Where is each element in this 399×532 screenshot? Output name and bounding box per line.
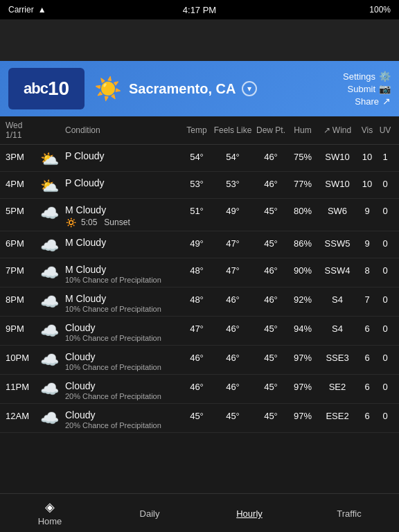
row-temp: 49° <box>181 237 212 249</box>
table-row: 7PM ☁️ M Cloudy10% Chance of Precipitati… <box>0 258 399 287</box>
nav-home[interactable]: ◈ Home <box>0 494 100 532</box>
row-wind: ESE2 <box>317 409 357 421</box>
table-row: 3PM ⛅ P Cloudy 54° 54° 46° 75% SW10 10 1 <box>0 145 399 172</box>
row-uv: 0 <box>377 204 393 216</box>
row-vis: 9 <box>357 237 377 249</box>
row-hum: 80% <box>288 204 317 216</box>
uv-col-header: UV <box>377 125 393 135</box>
row-feels: 46° <box>212 351 254 363</box>
nav-daily[interactable]: Daily <box>100 494 200 532</box>
row-time: 9PM <box>6 322 40 334</box>
table-row: 5PM ☁️ M Cloudy🔅5:05 Sunset 51° 49° 45° … <box>0 199 399 231</box>
vis-col-header: Vis <box>357 125 377 135</box>
table-row: 8PM ☁️ M Cloudy10% Chance of Precipitati… <box>0 287 399 317</box>
row-dew: 46° <box>254 177 288 189</box>
row-feels: 47° <box>212 237 254 249</box>
condition-text: Cloudy <box>65 351 181 362</box>
hourly-label: Hourly <box>236 508 263 519</box>
battery-label: 100% <box>369 5 391 15</box>
temp-col-header: Temp <box>181 125 212 135</box>
row-feels: 46° <box>212 380 254 392</box>
row-uv: 0 <box>377 237 393 249</box>
city-area: ☀️ Sacramento, CA ▾ <box>94 76 343 102</box>
city-name: Sacramento, CA <box>129 81 236 97</box>
row-vis: 9 <box>357 204 377 216</box>
row-dew: 45° <box>254 380 288 392</box>
condition-text: Cloudy <box>65 380 181 391</box>
row-feels: 49° <box>212 204 254 216</box>
row-time: 7PM <box>6 264 40 276</box>
row-uv: 0 <box>377 293 393 305</box>
row-condition: Cloudy20% Chance of Precipitation <box>65 380 181 400</box>
table-row: 4PM ⛅ P Cloudy 53° 53° 46° 77% SW10 10 0 <box>0 172 399 199</box>
row-hum: 94% <box>288 322 317 334</box>
traffic-label: Traffic <box>337 508 361 519</box>
row-feels: 46° <box>212 293 254 305</box>
weather-icon: ☁️ <box>40 237 65 255</box>
share-button[interactable]: Share ↗ <box>355 96 391 107</box>
row-vis: 10 <box>357 177 377 189</box>
column-headers: Wed 1/11 Condition Temp Feels Like Dew P… <box>0 116 399 145</box>
dew-col-header: Dew Pt. <box>254 125 288 135</box>
row-condition: M Cloudy10% Chance of Precipitation <box>65 264 181 284</box>
weather-icon: ☁️ <box>40 409 65 427</box>
row-uv: 0 <box>377 322 393 334</box>
row-dew: 45° <box>254 351 288 363</box>
header: abc 10 ☀️ Sacramento, CA ▾ Settings ⚙️ S… <box>0 61 399 116</box>
sunset-label: 5:05 Sunset <box>81 218 130 227</box>
row-vis: 6 <box>357 409 377 421</box>
row-uv: 0 <box>377 351 393 363</box>
row-dew: 46° <box>254 264 288 276</box>
table-row: 9PM ☁️ Cloudy10% Chance of Precipitation… <box>0 317 399 346</box>
row-wind: S4 <box>317 293 357 305</box>
table-row: 6PM ☁️ M Cloudy 49° 47° 45° 86% SSW5 9 0 <box>0 231 399 258</box>
row-time: 12AM <box>6 409 40 421</box>
submit-button[interactable]: Submit 📷 <box>348 83 391 94</box>
settings-button[interactable]: Settings ⚙️ <box>343 71 391 82</box>
row-wind: SW10 <box>317 150 357 162</box>
row-hum: 90% <box>288 264 317 276</box>
row-temp: 46° <box>181 351 212 363</box>
row-temp: 54° <box>181 150 212 162</box>
row-hum: 86% <box>288 237 317 249</box>
row-vis: 6 <box>357 380 377 392</box>
settings-icon: ⚙️ <box>379 71 391 82</box>
header-actions: Settings ⚙️ Submit 📷 Share ↗ <box>343 71 391 107</box>
row-condition: Cloudy10% Chance of Precipitation <box>65 322 181 342</box>
row-time: 5PM <box>6 204 40 216</box>
weather-icon: ☁️ <box>40 264 65 282</box>
nav-hourly[interactable]: Hourly <box>200 494 299 532</box>
row-condition: M Cloudy <box>65 237 181 248</box>
row-hum: 97% <box>288 351 317 363</box>
row-vis: 6 <box>357 351 377 363</box>
condition-col-header: Condition <box>65 125 181 135</box>
weather-icon: ☁️ <box>40 322 65 340</box>
condition-text: P Cloudy <box>65 177 181 188</box>
row-wind: SW6 <box>317 204 357 216</box>
city-dropdown-button[interactable]: ▾ <box>242 81 257 96</box>
logo-abc: abc <box>24 80 48 98</box>
row-condition: M Cloudy🔅5:05 Sunset <box>65 204 181 228</box>
row-time: 8PM <box>6 293 40 305</box>
row-hum: 97% <box>288 409 317 421</box>
precip-chance: 10% Chance of Precipitation <box>65 276 181 284</box>
precip-chance: 10% Chance of Precipitation <box>65 334 181 342</box>
row-feels: 45° <box>212 409 254 421</box>
row-condition: M Cloudy10% Chance of Precipitation <box>65 293 181 313</box>
row-temp: 53° <box>181 177 212 189</box>
row-dew: 45° <box>254 237 288 249</box>
precip-chance: 20% Chance of Precipitation <box>65 392 181 400</box>
row-condition: Cloudy20% Chance of Precipitation <box>65 409 181 429</box>
home-label: Home <box>38 516 62 526</box>
row-temp: 51° <box>181 204 212 216</box>
row-uv: 0 <box>377 177 393 189</box>
weather-icon: ⛅ <box>40 150 65 168</box>
settings-label: Settings <box>343 71 375 82</box>
row-uv: 0 <box>377 409 393 421</box>
nav-traffic[interactable]: Traffic <box>299 494 399 532</box>
logo-area: abc 10 <box>8 68 85 109</box>
logo-10: 10 <box>48 78 69 100</box>
row-wind: SSE3 <box>317 351 357 363</box>
daily-label: Daily <box>140 508 160 519</box>
row-vis: 8 <box>357 264 377 276</box>
